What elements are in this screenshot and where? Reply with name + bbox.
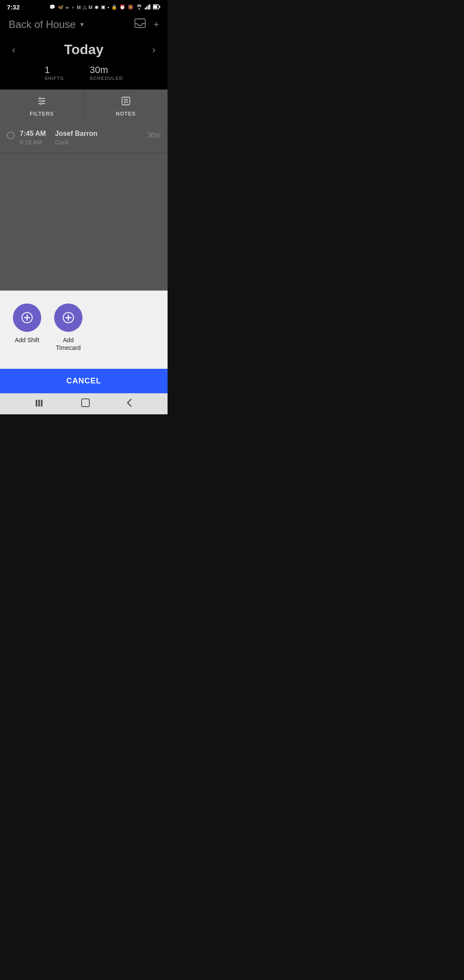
- status-bar: 7:32 💬 🦋 ∞ ♀ M △ M ◉ ▣ • 🔒 ⏰ 🔕: [0, 0, 168, 13]
- mute-icon: 🔕: [128, 4, 134, 10]
- shift-info: Josef Barron Cook: [55, 130, 142, 146]
- scheduled-label: SCHEDULED: [90, 76, 123, 81]
- shifts-count: 1: [45, 64, 50, 76]
- header-actions: +: [134, 18, 159, 31]
- cancel-button[interactable]: CANCEL: [0, 369, 168, 393]
- svg-rect-6: [159, 6, 161, 8]
- date-navigation: ‹ Today › 1 SHIFTS 30m SCHEDULED: [0, 35, 168, 89]
- battery-icon: [153, 4, 161, 10]
- svg-point-13: [40, 103, 42, 104]
- stats-row: 1 SHIFTS 30m SCHEDULED: [45, 64, 123, 81]
- android-nav-bar: [0, 393, 168, 414]
- messenger-icon: 💬: [49, 4, 55, 10]
- svg-rect-2: [148, 5, 149, 9]
- shift-times: 7:45 AM 8:15 AM: [20, 130, 50, 146]
- current-date-label: Today: [64, 42, 104, 58]
- scheduled-stat: 30m SCHEDULED: [90, 64, 123, 81]
- shift-role: Cook: [55, 139, 142, 146]
- shift-list: 7:45 AM 8:15 AM Josef Barron Cook 30m: [0, 123, 168, 291]
- shifts-label: SHIFTS: [45, 76, 64, 81]
- bottom-sheet: Add Shift AddTimecard: [0, 291, 168, 369]
- svg-point-11: [39, 98, 41, 99]
- lock-icon: 🔒: [111, 4, 117, 10]
- filters-tab-label: FILTERS: [30, 111, 54, 117]
- add-shift-button[interactable]: Add Shift: [13, 303, 41, 352]
- table-row[interactable]: 7:45 AM 8:15 AM Josef Barron Cook 30m: [0, 123, 168, 153]
- svg-rect-0: [145, 8, 146, 9]
- svg-rect-25: [38, 400, 40, 407]
- notification-icon: 🦋: [58, 4, 64, 10]
- shift-status-indicator: [7, 132, 15, 139]
- svg-rect-5: [153, 5, 157, 8]
- add-timecard-button[interactable]: AddTimecard: [54, 303, 82, 352]
- notes-icon: [121, 96, 131, 108]
- svg-rect-26: [41, 400, 43, 407]
- svg-rect-1: [147, 6, 148, 9]
- instagram-icon: ◉: [95, 4, 99, 10]
- android-back-button[interactable]: [126, 398, 132, 409]
- app-header: Back of House ▼ +: [0, 13, 168, 35]
- alarm-icon: ⏰: [119, 4, 125, 10]
- svg-rect-27: [82, 399, 89, 407]
- inbox-icon[interactable]: [134, 18, 146, 31]
- status-time: 7:32: [7, 3, 20, 11]
- scheduled-value: 30m: [90, 64, 108, 76]
- loop-icon: ∞: [66, 5, 69, 10]
- notes-tab[interactable]: NOTES: [84, 90, 168, 123]
- android-menu-button[interactable]: [35, 399, 45, 409]
- add-shift-label: Add Shift: [15, 336, 40, 344]
- add-shift-circle: [13, 303, 41, 332]
- cancel-label: CANCEL: [67, 377, 101, 385]
- shifts-stat: 1 SHIFTS: [45, 64, 64, 81]
- svg-point-12: [43, 100, 44, 102]
- status-icons: 💬 🦋 ∞ ♀ M △ M ◉ ▣ • 🔒 ⏰ 🔕: [49, 4, 161, 10]
- add-icon[interactable]: +: [153, 19, 159, 30]
- notes-tab-label: NOTES: [116, 111, 136, 117]
- add-timecard-circle: [54, 303, 82, 332]
- prev-date-button[interactable]: ‹: [9, 42, 19, 58]
- filters-tab[interactable]: FILTERS: [0, 90, 84, 123]
- location-name: Back of House: [9, 18, 76, 31]
- shift-employee-name: Josef Barron: [55, 130, 142, 138]
- svg-rect-3: [150, 4, 151, 9]
- drive-icon: △: [83, 4, 86, 10]
- gmail2-icon: M: [89, 5, 92, 10]
- shift-end-time: 8:15 AM: [20, 139, 50, 146]
- user-icon: ♀: [71, 5, 75, 10]
- action-buttons: Add Shift AddTimecard: [13, 303, 155, 352]
- gmail-icon: M: [77, 5, 81, 10]
- dropdown-chevron-icon: ▼: [79, 21, 85, 28]
- svg-rect-7: [135, 19, 145, 28]
- dot-icon: •: [107, 5, 109, 10]
- filters-icon: [37, 96, 47, 108]
- android-home-button[interactable]: [81, 398, 90, 409]
- empty-area: [0, 153, 168, 291]
- date-nav-row: ‹ Today ›: [9, 42, 159, 58]
- photos-icon: ▣: [101, 4, 105, 10]
- shift-duration: 30m: [147, 132, 161, 139]
- wifi-icon: [136, 4, 143, 10]
- shift-start-time: 7:45 AM: [20, 130, 50, 138]
- signal-icon: [145, 4, 151, 10]
- add-timecard-label: AddTimecard: [56, 336, 81, 352]
- filter-bar: FILTERS NOTES: [0, 89, 168, 123]
- next-date-button[interactable]: ›: [149, 42, 159, 58]
- svg-rect-24: [36, 400, 37, 407]
- location-selector[interactable]: Back of House ▼: [9, 18, 85, 31]
